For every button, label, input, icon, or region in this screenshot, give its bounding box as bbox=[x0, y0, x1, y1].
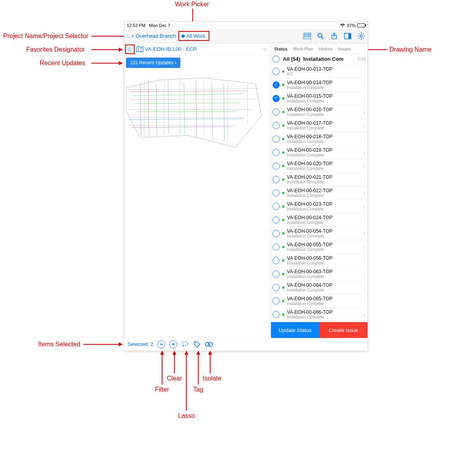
drawing-canvas[interactable] bbox=[124, 56, 271, 334]
list-item[interactable]: VA-EOH-00-019-TOPInstallation Complete› bbox=[271, 146, 368, 159]
create-issue-button[interactable]: Create Issue bbox=[319, 322, 368, 338]
item-checkbox[interactable] bbox=[273, 203, 280, 210]
item-checkbox[interactable] bbox=[273, 257, 280, 264]
annot-project: Project Name/Project Selector bbox=[3, 33, 88, 40]
tab-status[interactable]: Status bbox=[273, 46, 289, 52]
list-item[interactable]: VA-EOH-00-054-TOPInstallation Complete› bbox=[271, 227, 368, 240]
item-checkbox[interactable] bbox=[273, 230, 280, 237]
chevron-right-icon: › bbox=[363, 203, 365, 210]
list-item[interactable]: VA-EOH-00-064-TOPInstallation Complete› bbox=[271, 281, 368, 294]
list-item[interactable]: VA-EOH-00-055-TOPInstallation Complete› bbox=[271, 240, 368, 254]
item-id: VA-EOH-00-024-TOP bbox=[287, 215, 361, 220]
item-checkbox[interactable] bbox=[273, 243, 280, 251]
svg-line-37 bbox=[132, 127, 232, 127]
list-item[interactable]: VA-EOH-00-063-TOPInstallation Complete› bbox=[271, 267, 368, 281]
edit-link[interactable]: Edit bbox=[358, 56, 366, 62]
item-id: VA-EOH-00-013-TOP bbox=[287, 66, 361, 72]
tab-issues[interactable]: Issues bbox=[336, 46, 352, 52]
status-dot-icon bbox=[282, 286, 284, 289]
item-checkbox[interactable] bbox=[273, 95, 280, 102]
select-all-checkbox[interactable] bbox=[273, 56, 280, 63]
item-status: Installation Complete bbox=[287, 315, 361, 319]
svg-line-58 bbox=[212, 344, 213, 344]
update-status-button[interactable]: Update Status bbox=[271, 322, 319, 338]
item-status: IFC bbox=[287, 72, 361, 76]
item-status: Installation Complete bbox=[287, 139, 361, 144]
item-checkbox[interactable] bbox=[273, 176, 280, 183]
item-text: VA-EOH-00-063-TOPInstallation Complete bbox=[287, 269, 361, 279]
project-selector[interactable]: ...> Overhead Branch bbox=[127, 33, 176, 39]
item-checkbox[interactable] bbox=[273, 108, 280, 116]
list-item[interactable]: VA-EOH-00-065-TOPInstallation Complete› bbox=[271, 294, 368, 308]
list-item[interactable]: VA-EOH-00-021-TOPInstallation Complete› bbox=[271, 173, 368, 186]
battery-icon bbox=[357, 23, 365, 27]
filter-all[interactable]: All (54) bbox=[283, 56, 300, 62]
status-dot-icon bbox=[282, 259, 284, 262]
item-status: Installation Complete bbox=[287, 274, 361, 279]
item-checkbox[interactable] bbox=[273, 311, 280, 318]
work-picker[interactable]: All Work bbox=[178, 31, 209, 41]
favorite-toggle[interactable]: ☆ bbox=[125, 44, 135, 54]
filter-button[interactable] bbox=[157, 340, 165, 348]
item-checkbox[interactable] bbox=[273, 81, 280, 89]
item-list[interactable]: VA-EOH-00-013-TOPIFC›VA-EOH-00-014-TOPIn… bbox=[271, 65, 368, 322]
item-checkbox[interactable] bbox=[273, 122, 280, 129]
item-status: Installation Complete bbox=[287, 261, 361, 265]
isolate-button[interactable] bbox=[205, 340, 213, 348]
list-item[interactable]: VA-EOH-00-020-TOPInstallation Complete› bbox=[271, 159, 368, 173]
list-item[interactable]: VA-EOH-00-056-TOPInstallation Complete› bbox=[271, 254, 368, 267]
svg-point-54 bbox=[195, 342, 196, 343]
filter-installation[interactable]: Installation Com bbox=[303, 56, 343, 62]
list-item[interactable]: VA-EOH-00-024-TOPInstallation Complete› bbox=[271, 213, 368, 227]
search-button[interactable] bbox=[317, 32, 325, 40]
list-item[interactable]: VA-EOH-00-018-TOPInstallation Complete› bbox=[271, 132, 368, 146]
chevron-right-icon: › bbox=[363, 271, 365, 277]
lasso-button[interactable] bbox=[181, 340, 189, 348]
item-status: Installation Complete bbox=[287, 153, 361, 157]
collapse-panel-icon[interactable]: « bbox=[263, 45, 267, 53]
list-item[interactable]: VA-EOH-00-015-TOPInstallation Complete› bbox=[271, 92, 368, 105]
share-button[interactable] bbox=[330, 32, 338, 40]
tab-workplan[interactable]: Work Plan bbox=[292, 46, 315, 52]
item-checkbox[interactable] bbox=[273, 270, 280, 278]
tab-history[interactable]: History bbox=[317, 46, 334, 52]
item-checkbox[interactable] bbox=[273, 135, 280, 143]
item-text: VA-EOH-00-020-TOPInstallation Complete bbox=[287, 161, 361, 171]
panel-toggle-button[interactable] bbox=[344, 32, 352, 40]
svg-point-52 bbox=[182, 342, 188, 346]
tag-button[interactable] bbox=[193, 340, 201, 348]
list-item[interactable]: VA-EOH-00-016-TOPInstallation Complete› bbox=[271, 105, 368, 119]
chevron-right-icon: › bbox=[363, 163, 365, 169]
list-item[interactable]: VA-EOH-00-014-TOPInstallation Complete› bbox=[271, 78, 368, 92]
barcode-button[interactable]: Barcode bbox=[303, 32, 311, 40]
item-id: VA-EOH-00-066-TOP bbox=[287, 309, 361, 315]
svg-line-39 bbox=[128, 89, 259, 90]
list-item[interactable]: VA-EOH-00-066-TOPInstallation Complete› bbox=[271, 308, 368, 321]
drawing-name[interactable]: VA-EOH-IB-L00 - ECR bbox=[145, 46, 197, 52]
svg-line-34 bbox=[128, 119, 244, 120]
chevron-right-icon: › bbox=[363, 230, 365, 237]
item-checkbox[interactable] bbox=[273, 297, 280, 305]
chevron-right-icon: › bbox=[363, 95, 365, 102]
annot-recent: Recent Updates bbox=[40, 60, 85, 67]
item-text: VA-EOH-00-014-TOPInstallation Complete bbox=[287, 80, 361, 90]
list-item[interactable]: VA-EOH-00-023-TOPInstallation Complete› bbox=[271, 200, 368, 213]
item-checkbox[interactable] bbox=[273, 284, 280, 291]
recent-updates-button[interactable]: 101 Recent Updates › bbox=[126, 58, 180, 68]
list-item[interactable]: VA-EOH-00-017-TOPInstallation Complete› bbox=[271, 119, 368, 132]
status-dot-icon bbox=[282, 232, 284, 235]
settings-button[interactable] bbox=[357, 32, 365, 40]
list-item[interactable]: VA-EOH-00-013-TOPIFC› bbox=[271, 65, 368, 78]
item-checkbox[interactable] bbox=[273, 189, 280, 197]
chevron-right-icon: › bbox=[363, 257, 365, 264]
annot-work-picker: Work Picker bbox=[175, 1, 209, 8]
clear-button[interactable] bbox=[169, 340, 177, 348]
item-checkbox[interactable] bbox=[273, 68, 280, 75]
item-status: Installation Complete bbox=[287, 112, 361, 117]
item-checkbox[interactable] bbox=[273, 216, 280, 224]
item-text: VA-EOH-00-055-TOPInstallation Complete bbox=[287, 242, 361, 252]
item-checkbox[interactable] bbox=[273, 162, 280, 170]
item-checkbox[interactable] bbox=[273, 149, 280, 156]
chevron-right-icon: › bbox=[363, 176, 365, 183]
list-item[interactable]: VA-EOH-00-022-TOPInstallation Complete› bbox=[271, 186, 368, 200]
